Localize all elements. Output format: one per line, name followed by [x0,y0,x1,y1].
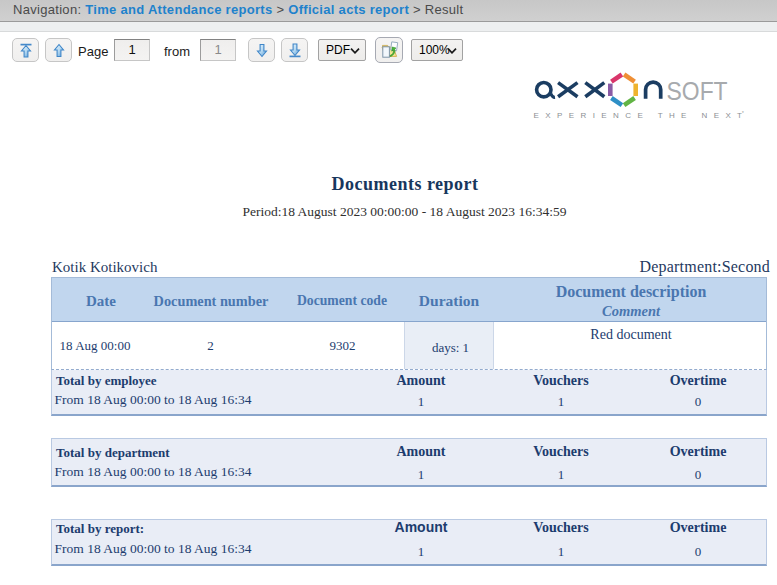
svg-text:SOFT: SOFT [667,77,728,105]
svg-text:*: * [742,111,744,116]
svg-text:EXPERIENCE THE NEXT: EXPERIENCE THE NEXT [534,111,749,120]
